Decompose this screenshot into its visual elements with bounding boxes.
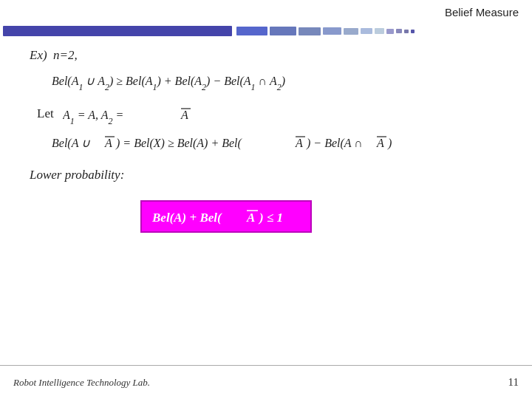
svg-text:A: A <box>104 137 112 149</box>
svg-text:) − Bel(A ∩: ) − Bel(A ∩ <box>306 137 363 150</box>
svg-text:A: A <box>376 137 384 149</box>
formula-1: Bel(A1 ∪ A2) ≥ Bel(A1) + Bel(A2) − Bel(A… <box>52 69 510 92</box>
ex-label: Ex) <box>30 48 47 62</box>
svg-text:) = Bel(X) ≥ Bel(A) + Bel(: ) = Bel(X) ≥ Bel(A) + Bel( <box>115 137 243 150</box>
bar-seg-9 <box>396 29 402 33</box>
svg-text:A: A <box>180 109 188 121</box>
highlight-formula: Bel(A) + Bel( A ) ≤ 1 <box>140 200 312 233</box>
ex-line: Ex) n=2, <box>30 48 510 63</box>
bar-seg-3 <box>299 27 321 35</box>
bar-seg-8 <box>386 29 394 34</box>
bar-segments <box>236 27 415 35</box>
svg-text:Bel(A) + Bel(: Bel(A) + Bel( <box>152 211 222 225</box>
progress-bar <box>0 25 532 37</box>
bar-seg-10 <box>404 30 409 33</box>
ex-n: n <box>53 48 60 62</box>
svg-text:A: A <box>246 211 255 225</box>
let-line: Let A1 = A, A2 = A <box>37 104 510 125</box>
main-content: Ex) n=2, Bel(A1 ∪ A2) ≥ Bel(A1) + Bel(A2… <box>30 48 510 233</box>
bar-seg-7 <box>375 28 384 34</box>
bar-seg-1 <box>236 27 267 35</box>
slide-number: 11 <box>508 376 519 389</box>
svg-text:Bel(A ∪: Bel(A ∪ <box>52 137 90 150</box>
lower-prob-label: Lower probability: <box>30 168 510 183</box>
bar-seg-11 <box>411 30 415 33</box>
svg-text:): ) <box>387 137 392 150</box>
bar-seg-2 <box>270 27 296 35</box>
svg-text:A1
         = A,  A2
         : A1 = A, A2 = <box>63 109 123 125</box>
bar-seg-6 <box>361 28 372 34</box>
ex-eq: =2, <box>60 48 78 62</box>
bar-seg-4 <box>323 27 341 35</box>
svg-text:A: A <box>295 137 303 149</box>
formula-2: Bel(A ∪ A ) = Bel(X) ≥ Bel(A) + Bel( A )… <box>52 129 510 156</box>
footer: Robot Intelligence Technology Lab. 11 <box>0 365 532 399</box>
let-label: Let <box>37 106 54 120</box>
svg-text:) ≤ 1: ) ≤ 1 <box>258 211 283 225</box>
bar-filled <box>3 26 232 36</box>
slide-title: Belief Measure <box>445 6 519 18</box>
svg-text:Bel(A1 ∪ A2) ≥ Bel(A1) + Bel(A: Bel(A1 ∪ A2) ≥ Bel(A1) + Bel(A2) − Bel(A… <box>52 75 285 92</box>
bar-seg-5 <box>344 28 358 35</box>
footer-lab-text: Robot Intelligence Technology Lab. <box>13 377 150 389</box>
